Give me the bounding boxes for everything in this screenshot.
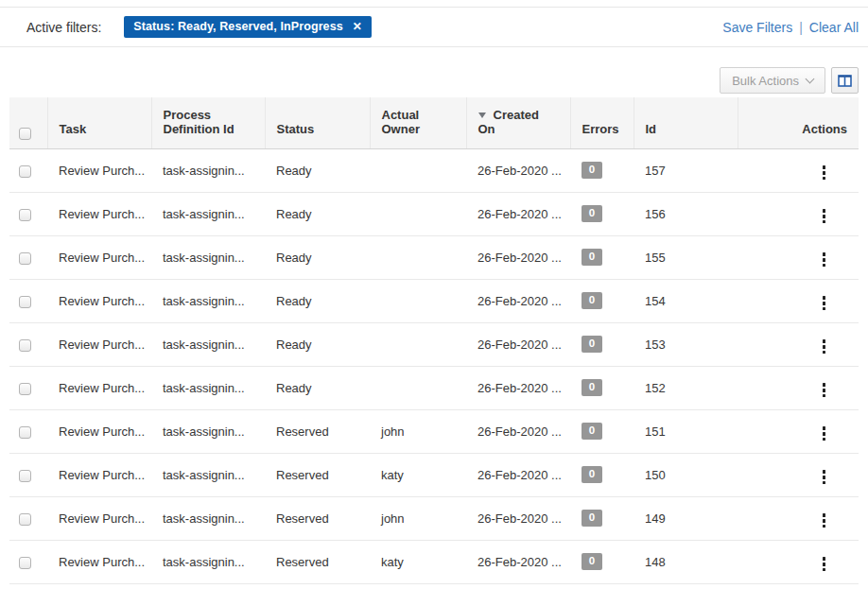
cell-errors: 0 [570, 279, 634, 322]
row-checkbox[interactable] [19, 296, 31, 308]
filter-chip-status[interactable]: Status: Ready, Reserved, InProgress ✕ [124, 16, 372, 38]
kebab-menu-icon[interactable] [819, 511, 829, 530]
cell-actual-owner [370, 366, 466, 409]
cell-process-definition-id: task-assignin... [151, 148, 265, 192]
cell-actions [738, 322, 859, 366]
header-id[interactable]: Id [634, 97, 738, 148]
kebab-menu-icon[interactable] [819, 424, 829, 443]
kebab-menu-icon[interactable] [819, 380, 829, 400]
header-process-definition-id[interactable]: Process Definition Id [151, 97, 265, 148]
cell-actions [738, 235, 859, 279]
header-created-on[interactable]: Created On [466, 97, 570, 148]
kebab-menu-icon[interactable] [819, 206, 829, 226]
close-icon[interactable]: ✕ [353, 21, 362, 32]
cell-task[interactable]: Review Purch... [47, 409, 151, 453]
manage-columns-button[interactable] [831, 67, 859, 94]
cell-process-definition-id: task-assignin... [151, 453, 265, 496]
select-all-header [9, 97, 47, 148]
select-all-checkbox[interactable] [19, 128, 31, 140]
row-checkbox[interactable] [19, 470, 31, 482]
cell-errors: 0 [570, 540, 634, 583]
header-task[interactable]: Task [47, 97, 151, 148]
cell-status: Ready [265, 322, 370, 366]
kebab-menu-icon[interactable] [819, 554, 829, 574]
errors-badge: 0 [582, 162, 602, 179]
errors-badge: 0 [582, 292, 602, 309]
kebab-menu-icon[interactable] [819, 467, 829, 487]
cell-actual-owner [370, 279, 466, 322]
cell-actual-owner [370, 235, 466, 279]
table-row: Review Purch... task-assignin... Ready 2… [9, 322, 859, 366]
cell-created-on: 26-Feb-2020 ... [466, 366, 570, 409]
cell-status: Ready [265, 148, 370, 192]
table-row: Review Purch... task-assignin... Ready 2… [9, 192, 859, 235]
kebab-menu-icon[interactable] [819, 293, 829, 313]
errors-badge: 0 [582, 379, 602, 396]
cell-errors: 0 [570, 496, 634, 540]
cell-actions [738, 540, 859, 583]
cell-task[interactable]: Review Purch... [47, 540, 151, 583]
active-filters-label: Active filters: [26, 20, 101, 35]
cell-status: Ready [265, 192, 370, 235]
cell-process-definition-id: task-assignin... [151, 409, 265, 453]
header-errors[interactable]: Errors [570, 97, 634, 148]
cell-errors: 0 [570, 409, 634, 453]
cell-actual-owner: john [370, 409, 466, 453]
cell-task[interactable]: Review Purch... [47, 496, 151, 540]
cell-status: Reserved [265, 496, 370, 540]
row-checkbox[interactable] [19, 513, 31, 526]
cell-task[interactable]: Review Purch... [47, 453, 151, 496]
cell-process-definition-id: task-assignin... [151, 235, 265, 279]
cell-process-definition-id: task-assignin... [151, 540, 265, 583]
clear-all-link[interactable]: Clear All [809, 20, 859, 35]
cell-task[interactable]: Review Purch... [47, 148, 151, 192]
row-checkbox[interactable] [19, 339, 31, 352]
row-checkbox[interactable] [19, 383, 31, 395]
cell-errors: 0 [570, 235, 634, 279]
chevron-down-icon [806, 74, 815, 83]
cell-status: Reserved [265, 409, 370, 453]
cell-actual-owner [370, 192, 466, 235]
cell-created-on: 26-Feb-2020 ... [466, 279, 570, 322]
bulk-actions-button[interactable]: Bulk Actions [720, 67, 825, 94]
header-actual-owner[interactable]: Actual Owner [370, 97, 466, 148]
cell-task[interactable]: Review Purch... [47, 192, 151, 235]
table-header-row: Task Process Definition Id Status Actual… [9, 97, 859, 148]
active-filters-bar: Active filters: Status: Ready, Reserved,… [0, 7, 868, 47]
save-filters-link[interactable]: Save Filters [722, 20, 792, 35]
table-row: Review Purch... task-assignin... Ready 2… [9, 235, 859, 279]
cell-id: 148 [634, 540, 738, 583]
cell-task[interactable]: Review Purch... [47, 235, 151, 279]
cell-task[interactable]: Review Purch... [47, 322, 151, 366]
cell-actions [738, 192, 859, 235]
row-select-cell [9, 453, 47, 496]
cell-task[interactable]: Review Purch... [47, 366, 151, 409]
cell-errors: 0 [570, 453, 634, 496]
sort-desc-icon [478, 113, 486, 118]
filter-chip-text: Status: Ready, Reserved, InProgress [133, 20, 342, 33]
row-checkbox[interactable] [19, 557, 31, 569]
cell-actions [738, 409, 859, 453]
cell-errors: 0 [570, 192, 634, 235]
table-row: Review Purch... task-assignin... Ready 2… [9, 148, 859, 192]
row-select-cell [9, 366, 47, 409]
cell-task[interactable]: Review Purch... [47, 279, 151, 322]
row-checkbox[interactable] [19, 252, 31, 265]
cell-errors: 0 [570, 148, 634, 192]
kebab-menu-icon[interactable] [819, 250, 829, 269]
row-checkbox[interactable] [19, 426, 31, 439]
errors-badge: 0 [582, 336, 602, 353]
cell-id: 157 [634, 148, 738, 192]
row-select-cell [9, 496, 47, 540]
cell-actual-owner [370, 148, 466, 192]
cell-id: 155 [634, 235, 738, 279]
table-columns-icon [838, 75, 852, 87]
kebab-menu-icon[interactable] [819, 337, 829, 356]
row-checkbox[interactable] [19, 209, 31, 221]
kebab-menu-icon[interactable] [819, 163, 829, 182]
row-checkbox[interactable] [19, 165, 31, 178]
header-status[interactable]: Status [265, 97, 370, 148]
cell-actual-owner: katy [370, 453, 466, 496]
cell-id: 149 [634, 496, 738, 540]
row-select-cell [9, 540, 47, 583]
